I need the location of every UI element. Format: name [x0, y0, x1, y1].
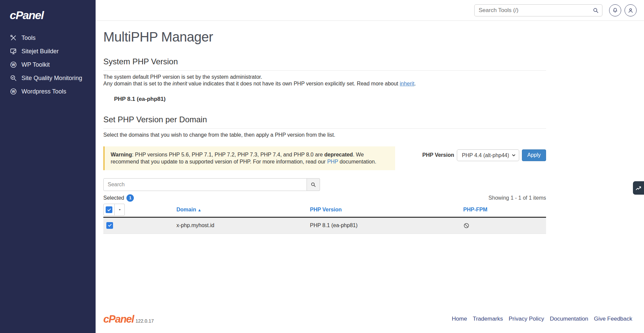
user-icon: [627, 7, 634, 14]
php-docs-link[interactable]: PHP: [327, 159, 338, 164]
notifications-button[interactable]: [609, 4, 621, 16]
footer-link-give-feedback[interactable]: Give Feedback: [594, 316, 632, 322]
table-row: x-php.myhost.id PHP 8.1 (ea-php81): [103, 218, 546, 234]
domain-search-button[interactable]: [307, 178, 320, 191]
system-php-line2-prefix: Any domain that is set to the: [103, 81, 172, 86]
top-header: [96, 0, 644, 21]
sort-ascending-icon: ▲: [198, 208, 202, 212]
system-php-description: The system default PHP version is set by…: [103, 74, 546, 87]
apply-button[interactable]: Apply: [522, 149, 546, 161]
svg-text:W: W: [12, 89, 15, 93]
sort-by-php-fpm-link[interactable]: PHP-FPM: [463, 207, 487, 212]
sidebar: cPanel Tools Sitejet Builder: [0, 0, 96, 333]
sidebar-item-sitejet-builder[interactable]: Sitejet Builder: [0, 45, 96, 58]
select-dropdown-button[interactable]: [115, 204, 125, 216]
sidebar-item-site-quality-monitoring[interactable]: Site Quality Monitoring: [0, 71, 96, 85]
account-button[interactable]: [625, 4, 637, 16]
warning-text1: : PHP versions PHP 5.6, PHP 7.1, PHP 7.2…: [132, 152, 324, 157]
system-php-version-value: PHP 8.1 (ea-php81): [114, 96, 546, 103]
sidebar-item-label: Sitejet Builder: [21, 48, 59, 55]
check-icon: [108, 223, 112, 227]
search-icon: [310, 182, 316, 188]
selected-counter: Selected 1: [103, 194, 134, 202]
cpanel-footer-logo[interactable]: cPanel: [103, 314, 134, 324]
domain-table-header: Domain▲ PHP Version PHP-FPM: [103, 203, 546, 218]
sidebar-item-label: Wordpress Tools: [21, 88, 66, 95]
footer-links: Home Trademarks Privacy Policy Documenta…: [452, 316, 632, 322]
tools-icon: [10, 34, 17, 42]
select-all-checkbox-button[interactable]: [103, 204, 115, 216]
selected-count-badge: 1: [126, 194, 134, 202]
site-quality-monitoring-icon: [10, 74, 17, 82]
inherit-link[interactable]: inherit: [400, 81, 415, 86]
sidebar-item-label: Site Quality Monitoring: [21, 75, 82, 82]
search-tools-input[interactable]: [474, 4, 602, 16]
row-php-fpm: [463, 222, 546, 229]
footer-link-home[interactable]: Home: [452, 316, 467, 322]
php-version-label: PHP Version: [422, 152, 454, 158]
select-all-cell: [103, 204, 176, 216]
deprecation-warning-alert: Warning: PHP versions PHP 5.6, PHP 7.1, …: [103, 146, 395, 170]
wordpress-icon: W: [10, 88, 17, 95]
page-title: MultiPHP Manager: [103, 29, 546, 45]
cpanel-logo[interactable]: cPanel: [0, 0, 96, 22]
footer-link-privacy-policy[interactable]: Privacy Policy: [509, 316, 544, 322]
row-checkbox-cell: [103, 222, 176, 229]
sidebar-nav: Tools Sitejet Builder W WP Toolkit: [0, 31, 96, 98]
page-root: cPanel Tools Sitejet Builder: [0, 0, 644, 333]
column-header-domain: Domain▲: [176, 207, 310, 213]
header-search: [474, 4, 602, 16]
system-php-heading: System PHP Version: [103, 57, 546, 71]
warning-and-controls-row: Warning: PHP versions PHP 5.6, PHP 7.1, …: [103, 146, 546, 170]
caret-down-icon: [117, 207, 122, 212]
php-version-control: PHP Version PHP 4.4 (alt-php44) Apply: [422, 149, 546, 161]
column-header-php-fpm: PHP-FPM: [463, 207, 546, 213]
domain-column-label: Domain: [176, 207, 196, 212]
domain-search-input[interactable]: [103, 178, 307, 191]
chart-line-icon: [635, 185, 642, 192]
sidebar-item-wp-toolkit[interactable]: W WP Toolkit: [0, 58, 96, 71]
warning-label: Warning: [111, 152, 132, 157]
search-icon[interactable]: [592, 7, 599, 14]
domain-table-search: [103, 178, 546, 191]
select-all-group: [103, 204, 125, 216]
warning-deprecated-word: deprecated: [324, 152, 353, 157]
table-meta-row: Selected 1 Showing 1 - 1 of 1 items: [103, 194, 546, 202]
main-column: MultiPHP Manager System PHP Version The …: [96, 0, 644, 333]
set-php-heading: Set PHP Version per Domain: [103, 115, 546, 129]
sort-by-php-version-link[interactable]: PHP Version: [310, 207, 342, 212]
sidebar-item-wordpress-tools[interactable]: W Wordpress Tools: [0, 85, 96, 98]
selected-label: Selected: [103, 195, 124, 201]
select-all-checkbox[interactable]: [106, 206, 112, 213]
php-version-select-wrap: PHP 4.4 (alt-php44): [457, 149, 519, 161]
wordpress-icon: W: [10, 61, 17, 68]
system-php-line2-middle: value indicates that it does not have it…: [187, 81, 400, 86]
system-php-line2-suffix: .: [414, 81, 416, 86]
sidebar-item-tools[interactable]: Tools: [0, 31, 96, 45]
footer-link-documentation[interactable]: Documentation: [550, 316, 588, 322]
showing-items-text: Showing 1 - 1 of 1 items: [488, 195, 546, 201]
content-area: MultiPHP Manager System PHP Version The …: [96, 21, 644, 310]
inherit-italic: inherit: [172, 81, 187, 86]
system-php-line1: The system default PHP version is set by…: [103, 74, 262, 80]
row-php-version: PHP 8.1 (ea-php81): [310, 222, 463, 228]
sort-by-domain-link[interactable]: Domain▲: [176, 207, 202, 212]
page-footer: cPanel 122.0.17 Home Trademarks Privacy …: [96, 310, 644, 333]
set-php-description: Select the domains that you wish to chan…: [103, 132, 546, 138]
svg-text:W: W: [12, 63, 15, 67]
sitejet-builder-icon: [10, 48, 17, 55]
bell-icon: [612, 7, 619, 14]
prohibited-icon: [463, 222, 470, 229]
footer-branding: cPanel 122.0.17: [103, 314, 154, 324]
analytics-slideout-tab[interactable]: [633, 181, 644, 195]
row-domain: x-php.myhost.id: [176, 222, 310, 228]
cpanel-version: 122.0.17: [136, 318, 154, 324]
footer-link-trademarks[interactable]: Trademarks: [473, 316, 503, 322]
sidebar-item-label: Tools: [21, 35, 36, 42]
sidebar-item-label: WP Toolkit: [21, 61, 50, 68]
check-icon: [107, 208, 111, 212]
column-header-php-version: PHP Version: [310, 207, 463, 213]
row-checkbox[interactable]: [106, 222, 113, 229]
php-version-select[interactable]: PHP 4.4 (alt-php44): [457, 149, 519, 161]
warning-text3: documentation.: [338, 159, 376, 164]
